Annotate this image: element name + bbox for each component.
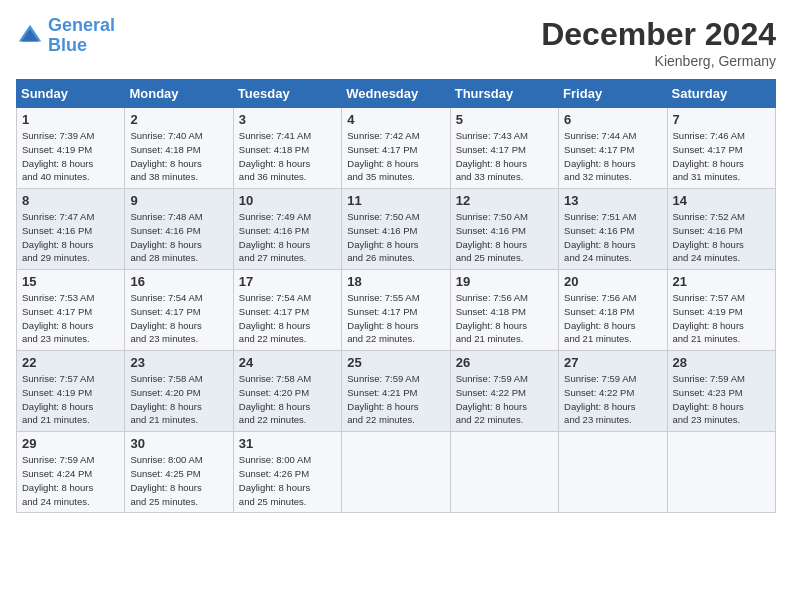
cell-info: Sunrise: 7:54 AM Sunset: 4:17 PM Dayligh… — [239, 291, 336, 346]
day-number: 24 — [239, 355, 336, 370]
cell-info: Sunrise: 8:00 AM Sunset: 4:25 PM Dayligh… — [130, 453, 227, 508]
cell-info: Sunrise: 7:53 AM Sunset: 4:17 PM Dayligh… — [22, 291, 119, 346]
day-number: 18 — [347, 274, 444, 289]
cell-info: Sunrise: 8:00 AM Sunset: 4:26 PM Dayligh… — [239, 453, 336, 508]
day-number: 23 — [130, 355, 227, 370]
day-number: 4 — [347, 112, 444, 127]
cell-info: Sunrise: 7:57 AM Sunset: 4:19 PM Dayligh… — [673, 291, 770, 346]
calendar-cell: 26Sunrise: 7:59 AM Sunset: 4:22 PM Dayli… — [450, 351, 558, 432]
cell-info: Sunrise: 7:56 AM Sunset: 4:18 PM Dayligh… — [564, 291, 661, 346]
day-number: 15 — [22, 274, 119, 289]
calendar-table: SundayMondayTuesdayWednesdayThursdayFrid… — [16, 79, 776, 513]
cell-info: Sunrise: 7:55 AM Sunset: 4:17 PM Dayligh… — [347, 291, 444, 346]
day-number: 12 — [456, 193, 553, 208]
cell-info: Sunrise: 7:43 AM Sunset: 4:17 PM Dayligh… — [456, 129, 553, 184]
day-number: 21 — [673, 274, 770, 289]
cell-info: Sunrise: 7:49 AM Sunset: 4:16 PM Dayligh… — [239, 210, 336, 265]
cell-info: Sunrise: 7:57 AM Sunset: 4:19 PM Dayligh… — [22, 372, 119, 427]
calendar-cell: 11Sunrise: 7:50 AM Sunset: 4:16 PM Dayli… — [342, 189, 450, 270]
logo-line2: Blue — [48, 35, 87, 55]
calendar-row: 29Sunrise: 7:59 AM Sunset: 4:24 PM Dayli… — [17, 432, 776, 513]
day-number: 11 — [347, 193, 444, 208]
cell-info: Sunrise: 7:59 AM Sunset: 4:22 PM Dayligh… — [564, 372, 661, 427]
calendar-cell — [342, 432, 450, 513]
calendar-cell: 9Sunrise: 7:48 AM Sunset: 4:16 PM Daylig… — [125, 189, 233, 270]
calendar-header: SundayMondayTuesdayWednesdayThursdayFrid… — [17, 80, 776, 108]
logo-line1: General — [48, 15, 115, 35]
calendar-cell: 13Sunrise: 7:51 AM Sunset: 4:16 PM Dayli… — [559, 189, 667, 270]
day-number: 1 — [22, 112, 119, 127]
cell-info: Sunrise: 7:41 AM Sunset: 4:18 PM Dayligh… — [239, 129, 336, 184]
cell-info: Sunrise: 7:59 AM Sunset: 4:24 PM Dayligh… — [22, 453, 119, 508]
weekday-header: Saturday — [667, 80, 775, 108]
weekday-header: Friday — [559, 80, 667, 108]
calendar-cell: 19Sunrise: 7:56 AM Sunset: 4:18 PM Dayli… — [450, 270, 558, 351]
calendar-cell — [559, 432, 667, 513]
calendar-cell: 2Sunrise: 7:40 AM Sunset: 4:18 PM Daylig… — [125, 108, 233, 189]
logo: General Blue — [16, 16, 115, 56]
page-header: General Blue December 2024 Kienberg, Ger… — [16, 16, 776, 69]
calendar-cell: 14Sunrise: 7:52 AM Sunset: 4:16 PM Dayli… — [667, 189, 775, 270]
day-number: 7 — [673, 112, 770, 127]
day-number: 10 — [239, 193, 336, 208]
calendar-cell: 10Sunrise: 7:49 AM Sunset: 4:16 PM Dayli… — [233, 189, 341, 270]
calendar-cell: 4Sunrise: 7:42 AM Sunset: 4:17 PM Daylig… — [342, 108, 450, 189]
day-number: 14 — [673, 193, 770, 208]
calendar-cell: 16Sunrise: 7:54 AM Sunset: 4:17 PM Dayli… — [125, 270, 233, 351]
weekday-header: Tuesday — [233, 80, 341, 108]
calendar-cell: 6Sunrise: 7:44 AM Sunset: 4:17 PM Daylig… — [559, 108, 667, 189]
cell-info: Sunrise: 7:44 AM Sunset: 4:17 PM Dayligh… — [564, 129, 661, 184]
calendar-cell: 17Sunrise: 7:54 AM Sunset: 4:17 PM Dayli… — [233, 270, 341, 351]
calendar-cell: 31Sunrise: 8:00 AM Sunset: 4:26 PM Dayli… — [233, 432, 341, 513]
calendar-cell: 1Sunrise: 7:39 AM Sunset: 4:19 PM Daylig… — [17, 108, 125, 189]
calendar-row: 15Sunrise: 7:53 AM Sunset: 4:17 PM Dayli… — [17, 270, 776, 351]
day-number: 16 — [130, 274, 227, 289]
cell-info: Sunrise: 7:50 AM Sunset: 4:16 PM Dayligh… — [456, 210, 553, 265]
day-number: 17 — [239, 274, 336, 289]
location-title: Kienberg, Germany — [541, 53, 776, 69]
logo-icon — [16, 22, 44, 50]
day-number: 25 — [347, 355, 444, 370]
calendar-cell — [450, 432, 558, 513]
cell-info: Sunrise: 7:58 AM Sunset: 4:20 PM Dayligh… — [239, 372, 336, 427]
calendar-cell: 8Sunrise: 7:47 AM Sunset: 4:16 PM Daylig… — [17, 189, 125, 270]
cell-info: Sunrise: 7:42 AM Sunset: 4:17 PM Dayligh… — [347, 129, 444, 184]
cell-info: Sunrise: 7:59 AM Sunset: 4:22 PM Dayligh… — [456, 372, 553, 427]
calendar-cell — [667, 432, 775, 513]
cell-info: Sunrise: 7:56 AM Sunset: 4:18 PM Dayligh… — [456, 291, 553, 346]
calendar-cell: 28Sunrise: 7:59 AM Sunset: 4:23 PM Dayli… — [667, 351, 775, 432]
cell-info: Sunrise: 7:48 AM Sunset: 4:16 PM Dayligh… — [130, 210, 227, 265]
calendar-cell: 18Sunrise: 7:55 AM Sunset: 4:17 PM Dayli… — [342, 270, 450, 351]
day-number: 13 — [564, 193, 661, 208]
title-area: December 2024 Kienberg, Germany — [541, 16, 776, 69]
month-title: December 2024 — [541, 16, 776, 53]
day-number: 26 — [456, 355, 553, 370]
cell-info: Sunrise: 7:46 AM Sunset: 4:17 PM Dayligh… — [673, 129, 770, 184]
cell-info: Sunrise: 7:39 AM Sunset: 4:19 PM Dayligh… — [22, 129, 119, 184]
day-number: 31 — [239, 436, 336, 451]
weekday-header: Monday — [125, 80, 233, 108]
calendar-cell: 27Sunrise: 7:59 AM Sunset: 4:22 PM Dayli… — [559, 351, 667, 432]
calendar-cell: 15Sunrise: 7:53 AM Sunset: 4:17 PM Dayli… — [17, 270, 125, 351]
day-number: 19 — [456, 274, 553, 289]
calendar-cell: 25Sunrise: 7:59 AM Sunset: 4:21 PM Dayli… — [342, 351, 450, 432]
calendar-cell: 22Sunrise: 7:57 AM Sunset: 4:19 PM Dayli… — [17, 351, 125, 432]
day-number: 9 — [130, 193, 227, 208]
day-number: 3 — [239, 112, 336, 127]
calendar-row: 1Sunrise: 7:39 AM Sunset: 4:19 PM Daylig… — [17, 108, 776, 189]
cell-info: Sunrise: 7:58 AM Sunset: 4:20 PM Dayligh… — [130, 372, 227, 427]
day-number: 30 — [130, 436, 227, 451]
day-number: 27 — [564, 355, 661, 370]
day-number: 28 — [673, 355, 770, 370]
cell-info: Sunrise: 7:59 AM Sunset: 4:21 PM Dayligh… — [347, 372, 444, 427]
day-number: 29 — [22, 436, 119, 451]
calendar-row: 8Sunrise: 7:47 AM Sunset: 4:16 PM Daylig… — [17, 189, 776, 270]
cell-info: Sunrise: 7:54 AM Sunset: 4:17 PM Dayligh… — [130, 291, 227, 346]
logo-text: General Blue — [48, 16, 115, 56]
day-number: 22 — [22, 355, 119, 370]
cell-info: Sunrise: 7:52 AM Sunset: 4:16 PM Dayligh… — [673, 210, 770, 265]
weekday-header: Sunday — [17, 80, 125, 108]
calendar-cell: 29Sunrise: 7:59 AM Sunset: 4:24 PM Dayli… — [17, 432, 125, 513]
calendar-cell: 30Sunrise: 8:00 AM Sunset: 4:25 PM Dayli… — [125, 432, 233, 513]
day-number: 6 — [564, 112, 661, 127]
